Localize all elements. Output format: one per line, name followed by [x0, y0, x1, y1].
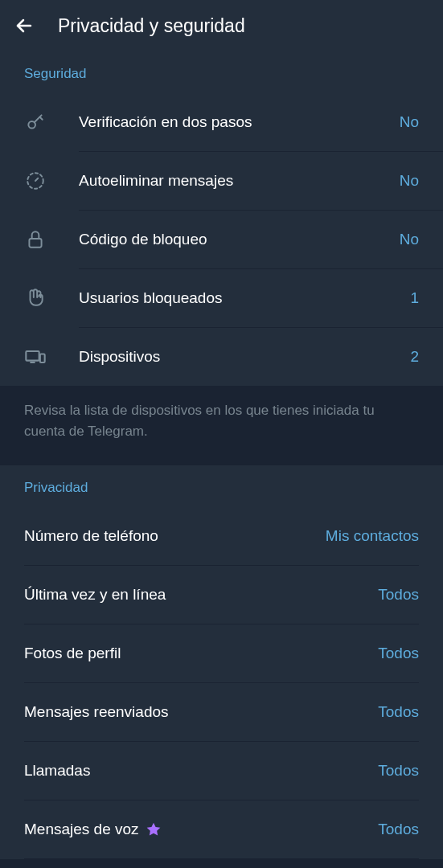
- divider: [24, 858, 419, 859]
- last-seen-label: Última vez y en línea: [24, 586, 378, 604]
- passcode-lock-value: No: [400, 231, 419, 248]
- passcode-lock-label: Código de bloqueo: [79, 231, 400, 248]
- devices-row[interactable]: Dispositivos 2: [0, 328, 443, 386]
- header-bar: Privacidad y seguridad: [0, 0, 443, 51]
- key-icon: [24, 111, 47, 133]
- last-seen-value: Todos: [378, 586, 419, 604]
- voice-messages-label: Mensajes de voz: [24, 821, 139, 838]
- privacy-section: Privacidad Número de teléfono Mis contac…: [0, 465, 443, 859]
- svg-line-3: [39, 117, 42, 120]
- devices-label: Dispositivos: [79, 348, 410, 366]
- arrow-left-icon: [14, 16, 34, 35]
- profile-photos-label: Fotos de perfil: [24, 645, 378, 662]
- devices-icon: [24, 346, 47, 368]
- security-section: Seguridad Verificación en dos pasos No A…: [0, 51, 443, 386]
- forwarded-messages-value: Todos: [378, 703, 419, 721]
- last-seen-row[interactable]: Última vez y en línea Todos: [0, 566, 443, 624]
- lock-icon: [24, 228, 47, 251]
- blocked-users-value: 1: [410, 289, 419, 307]
- section-spacer: [0, 456, 443, 465]
- svg-line-5: [35, 178, 38, 181]
- forwarded-messages-row[interactable]: Mensajes reenviados Todos: [0, 683, 443, 741]
- calls-label: Llamadas: [24, 762, 378, 780]
- svg-line-2: [35, 115, 42, 122]
- calls-row[interactable]: Llamadas Todos: [0, 742, 443, 800]
- privacy-header: Privacidad: [0, 465, 443, 507]
- page-title: Privacidad y seguridad: [58, 15, 245, 37]
- two-step-verification-row[interactable]: Verificación en dos pasos No: [0, 93, 443, 151]
- two-step-verification-value: No: [400, 113, 419, 131]
- security-header: Seguridad: [0, 51, 443, 93]
- two-step-verification-label: Verificación en dos pasos: [79, 113, 400, 131]
- voice-messages-row[interactable]: Mensajes de voz Todos: [0, 800, 443, 858]
- blocked-users-row[interactable]: Usuarios bloqueados 1: [0, 269, 443, 327]
- phone-number-label: Número de teléfono: [24, 527, 326, 545]
- forwarded-messages-label: Mensajes reenviados: [24, 703, 378, 721]
- voice-messages-value: Todos: [378, 821, 419, 838]
- devices-value: 2: [410, 348, 419, 366]
- auto-delete-messages-row[interactable]: Autoeliminar mensajes No: [0, 152, 443, 210]
- blocked-users-label: Usuarios bloqueados: [79, 289, 410, 307]
- star-icon: [146, 821, 162, 837]
- passcode-lock-row[interactable]: Código de bloqueo No: [0, 211, 443, 268]
- back-button[interactable]: [13, 14, 35, 37]
- timer-icon: [24, 170, 47, 192]
- svg-rect-7: [26, 351, 39, 361]
- svg-rect-8: [40, 354, 45, 363]
- calls-value: Todos: [378, 762, 419, 780]
- phone-number-row[interactable]: Número de teléfono Mis contactos: [0, 507, 443, 565]
- svg-rect-6: [29, 239, 41, 248]
- profile-photos-row[interactable]: Fotos de perfil Todos: [0, 624, 443, 682]
- auto-delete-messages-value: No: [400, 172, 419, 190]
- phone-number-value: Mis contactos: [326, 527, 419, 545]
- devices-hint: Revisa la lista de dispositivos en los q…: [0, 386, 443, 456]
- auto-delete-messages-label: Autoeliminar mensajes: [79, 172, 400, 190]
- voice-messages-label-container: Mensajes de voz: [24, 821, 162, 838]
- hand-icon: [24, 287, 47, 309]
- profile-photos-value: Todos: [378, 645, 419, 662]
